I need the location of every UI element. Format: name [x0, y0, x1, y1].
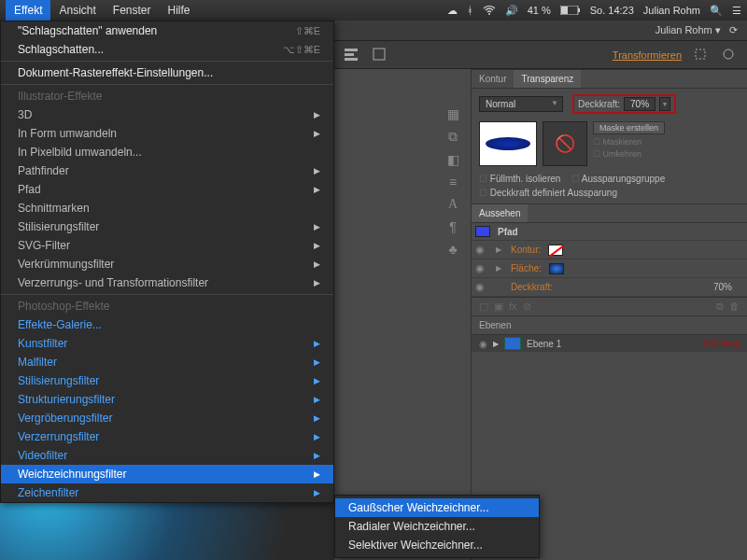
svg-rect-4 [345, 49, 358, 51]
raster-settings[interactable]: Dokument-Rastereffekt-Einstellungen... [1, 63, 333, 82]
menu-artistic[interactable]: Kunstfilter [1, 334, 333, 353]
menu-stylize-ai-label: Stilisierungsfilter [18, 220, 99, 233]
add-effect-icon[interactable]: fx [509, 301, 517, 313]
fill-swatch[interactable] [549, 263, 564, 274]
menu-cropmarks[interactable]: Schnittmarken [1, 199, 333, 217]
knockout-checkbox[interactable]: Aussparungsgruppe [571, 174, 666, 184]
clock[interactable]: So. 14:23 [590, 5, 634, 16]
transform-link[interactable]: Transformieren [613, 49, 682, 61]
tab-layers[interactable]: Ebenen [472, 315, 747, 334]
menu-path[interactable]: Pfad [1, 180, 333, 199]
battery-icon[interactable] [560, 6, 581, 15]
menu-texture-label: Strukturierungsfilter [18, 393, 115, 406]
menubar-user[interactable]: Julian Rohm [643, 5, 700, 16]
palette-icon-4[interactable]: ≡ [443, 175, 463, 189]
menu-warp[interactable]: Verkrümmungsfilter [1, 255, 333, 273]
appearance-stroke-row[interactable]: ◉ ▶ Kontur: [472, 241, 747, 259]
appearance-object-row[interactable]: Pfad [472, 223, 747, 241]
layer-visibility-icon[interactable]: ◉ [479, 339, 487, 349]
sync-icon[interactable]: ⟳ [729, 24, 738, 35]
opacity-define-checkbox[interactable]: Deckkraft definiert Aussparung [479, 188, 617, 198]
menu-effekt[interactable]: Effekt [6, 0, 50, 21]
menu-distort[interactable]: Verzerrungs- und Transformationsfilter [1, 273, 333, 292]
tab-transparency[interactable]: Transparenz [514, 70, 581, 88]
menu-distort-ps-label: Verzerrungsfilter [18, 430, 99, 443]
menu-texture[interactable]: Strukturierungsfilter [1, 390, 333, 409]
align-icon[interactable] [344, 47, 360, 63]
bluetooth-icon[interactable]: ᚼ [467, 5, 473, 16]
menu-convert-shape[interactable]: In Form umwandeln [1, 124, 333, 143]
apply-last-effect[interactable]: "Schlagschatten" anwenden ⇧⌘E [1, 21, 333, 40]
layer-name[interactable]: Ebene 1 [527, 339, 561, 349]
tab-stroke[interactable]: Kontur [472, 70, 514, 88]
blend-mode-select[interactable]: Normal [479, 96, 563, 112]
last-effect[interactable]: Schlagschatten... ⌥⇧⌘E [1, 40, 333, 59]
tab-appearance[interactable]: Aussehen [472, 204, 528, 222]
raster-settings-label: Dokument-Rastereffekt-Einstellungen... [18, 66, 213, 79]
make-mask-button[interactable]: Maske erstellen [593, 121, 665, 134]
menu-extras-icon[interactable]: ☰ [732, 5, 741, 17]
doc-user[interactable]: Julian Rohm [655, 24, 712, 35]
svg-rect-6 [345, 58, 358, 61]
menu-3d[interactable]: 3D [1, 105, 333, 124]
disclosure-icon[interactable]: ▶ [496, 264, 503, 273]
palette-icon-1[interactable]: ▦ [443, 106, 463, 121]
invert-checkbox[interactable]: Umkehren [593, 149, 665, 159]
menu-svg-filter[interactable]: SVG-Filter [1, 236, 333, 255]
menu-blur[interactable]: Weichzeichnungsfilter [1, 465, 333, 483]
clear-icon[interactable]: ⊘ [523, 301, 531, 313]
isolate-icon[interactable] [693, 47, 710, 63]
menu-video[interactable]: Videofilter [1, 446, 333, 465]
shape-icon[interactable] [372, 47, 388, 63]
palette-icon-symbols[interactable]: ♣ [443, 242, 463, 257]
menu-distort-ps[interactable]: Verzerrungsfilter [1, 427, 333, 446]
mask-thumbnail[interactable]: 🚫 [543, 121, 587, 166]
spotlight-icon[interactable]: 🔍 [710, 5, 723, 17]
menu-ansicht[interactable]: Ansicht [50, 0, 104, 21]
layer-row[interactable]: ◉ ▶ Ebene 1 PSD/King [472, 334, 747, 352]
palette-icon-3[interactable]: ◧ [443, 152, 463, 167]
cloud-icon[interactable]: ☁ [447, 5, 458, 17]
effekt-dropdown: "Schlagschatten" anwenden ⇧⌘E Schlagscha… [0, 21, 334, 503]
visibility-toggle-icon[interactable]: ◉ [475, 281, 488, 293]
menu-sketch[interactable]: Zeichenfilter [1, 483, 333, 502]
palette-icon-2[interactable]: ⧉ [443, 129, 463, 145]
menu-pathfinder[interactable]: Pathfinder [1, 161, 333, 180]
appearance-fill-row[interactable]: ◉ ▶ Fläche: [472, 259, 747, 278]
isolate-blend-checkbox[interactable]: Füllmth. isolieren [479, 174, 560, 184]
menu-cropmarks-label: Schnittmarken [18, 202, 90, 215]
object-thumbnail[interactable] [479, 121, 537, 166]
stroke-swatch[interactable] [548, 245, 563, 256]
visibility-toggle-icon[interactable]: ◉ [475, 244, 488, 256]
layer-disclosure-icon[interactable]: ▶ [493, 340, 499, 348]
clip-checkbox[interactable]: Maskieren [593, 137, 665, 147]
gaussian-blur[interactable]: Gaußscher Weichzeichner... [335, 498, 539, 517]
palette-icon-para[interactable]: ¶ [443, 219, 463, 234]
menu-stylize-ai[interactable]: Stilisierungsfilter [1, 217, 333, 236]
menu-stylize-ps-label: Stilisierungsfilter [18, 374, 99, 387]
svg-rect-3 [561, 7, 568, 14]
opacity-input[interactable]: 70% [624, 97, 655, 111]
menu-rasterize[interactable]: In Pixelbild umwandeln... [1, 143, 333, 161]
menu-fenster[interactable]: Fenster [105, 0, 160, 21]
radial-blur[interactable]: Radialer Weichzeichner... [335, 517, 539, 536]
svg-rect-8 [696, 49, 705, 59]
add-fill-icon[interactable]: ▣ [494, 301, 503, 313]
volume-icon[interactable]: 🔊 [505, 5, 518, 17]
menu-brush[interactable]: Malfilter [1, 353, 333, 371]
menu-pixelate[interactable]: Vergröberungsfilter [1, 409, 333, 427]
visibility-toggle-icon[interactable]: ◉ [475, 262, 488, 274]
palette-icon-type[interactable]: A [443, 197, 463, 212]
menu-hilfe[interactable]: Hilfe [160, 0, 199, 21]
delete-icon[interactable]: 🗑 [729, 301, 740, 313]
menu-stylize-ps[interactable]: Stilisierungsfilter [1, 371, 333, 390]
add-stroke-icon[interactable]: ▢ [479, 301, 488, 313]
disclosure-icon[interactable]: ▶ [496, 245, 503, 254]
options-icon[interactable] [721, 47, 738, 63]
wifi-icon[interactable] [483, 6, 496, 15]
opacity-dropdown-icon[interactable]: ▼ [659, 97, 670, 111]
selective-blur[interactable]: Selektiver Weichzeichner... [335, 536, 539, 554]
menu-effect-gallery[interactable]: Effekte-Galerie... [1, 315, 333, 334]
appearance-opacity-row[interactable]: ◉ ▶ Deckkraft: 70% [472, 278, 747, 297]
duplicate-icon[interactable]: ⧉ [716, 301, 724, 313]
